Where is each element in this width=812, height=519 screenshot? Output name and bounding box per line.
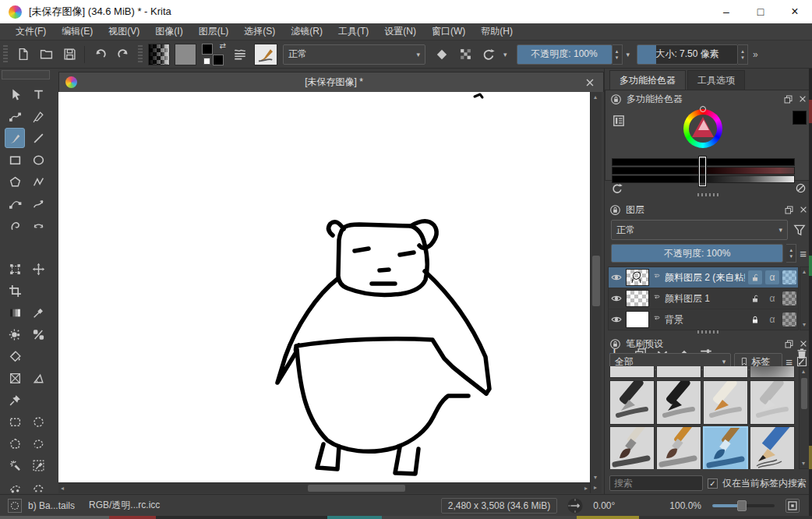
preserve-alpha-button[interactable] bbox=[455, 44, 475, 65]
scope-checkbox[interactable]: ✓ bbox=[708, 478, 718, 489]
gradient-chooser[interactable] bbox=[148, 44, 170, 65]
layer-filter-icon[interactable] bbox=[793, 223, 807, 237]
tool-text[interactable] bbox=[28, 84, 48, 104]
document-titlebar[interactable]: [未保存图像] * bbox=[58, 72, 604, 92]
tool-polyline[interactable] bbox=[28, 171, 48, 192]
tool-color-picker[interactable] bbox=[28, 302, 48, 323]
minimize-button[interactable]: – bbox=[709, 0, 743, 23]
menu-tools[interactable]: 工具(T) bbox=[330, 25, 376, 38]
selector-shape-button[interactable] bbox=[612, 114, 626, 128]
brushes-close-icon[interactable] bbox=[799, 339, 808, 348]
layer-inherit-alpha-toggle[interactable] bbox=[782, 270, 796, 284]
layer-blend-mode-dropdown[interactable]: 正常 ▾ bbox=[611, 220, 788, 240]
tool-transform[interactable] bbox=[5, 259, 25, 279]
menu-file[interactable]: 文件(F) bbox=[8, 25, 54, 38]
panel-resize-handle[interactable] bbox=[697, 193, 721, 196]
layer-row-background[interactable]: 背景 α bbox=[609, 309, 798, 330]
opacity-spinner[interactable]: ▴▾ bbox=[613, 44, 623, 65]
menu-edit[interactable]: 编辑(E) bbox=[54, 25, 101, 38]
tool-line[interactable] bbox=[28, 128, 48, 148]
zoom-slider-knob[interactable] bbox=[737, 500, 747, 511]
size-slider[interactable]: 大小: 7.50 像素 bbox=[637, 44, 738, 65]
canvas[interactable] bbox=[58, 92, 590, 482]
scroll-down-icon[interactable]: ▾ bbox=[802, 461, 805, 467]
reload-dropdown-arrow[interactable]: ▾ bbox=[503, 51, 507, 58]
layer-lock-icon[interactable] bbox=[750, 315, 760, 324]
tab-advanced-color-selector[interactable]: 多功能拾色器 bbox=[609, 70, 686, 90]
layer-opacity-slider[interactable]: 不透明度: 100% bbox=[611, 244, 783, 263]
tool-rectangle[interactable] bbox=[5, 150, 25, 170]
current-brush-preset[interactable] bbox=[254, 44, 277, 65]
selection-mode-icon[interactable] bbox=[8, 499, 22, 513]
scroll-down-icon[interactable]: ▾ bbox=[594, 475, 597, 481]
brush-preset[interactable] bbox=[750, 380, 795, 425]
tool-ellipse[interactable] bbox=[28, 150, 48, 170]
scroll-up-icon[interactable]: ▴ bbox=[594, 94, 597, 101]
opacity-slider[interactable]: 不透明度: 100% bbox=[517, 44, 613, 65]
visibility-eye-icon[interactable] bbox=[610, 271, 623, 284]
tool-rect-select[interactable] bbox=[5, 411, 25, 432]
brush-preset[interactable] bbox=[656, 380, 701, 425]
new-document-button[interactable] bbox=[12, 44, 33, 65]
layer-alpha-toggle[interactable]: α bbox=[765, 291, 779, 305]
tool-dynamic-brush[interactable] bbox=[5, 215, 25, 235]
tab-tool-options[interactable]: 工具选项 bbox=[687, 70, 745, 90]
fg-bg-colors[interactable]: ⇄ bbox=[202, 44, 225, 65]
layer-inherit-alpha-toggle[interactable] bbox=[782, 312, 796, 327]
panel-close-icon[interactable] bbox=[798, 94, 807, 104]
foreground-color-swatch[interactable] bbox=[202, 44, 213, 55]
brush-preset-selected[interactable] bbox=[703, 426, 748, 469]
layer-opacity-spinner[interactable]: ▴▾ bbox=[786, 244, 796, 263]
tool-move[interactable] bbox=[28, 259, 48, 279]
brush-scroll-thumb[interactable] bbox=[801, 378, 807, 409]
layer-inherit-alpha-toggle[interactable] bbox=[782, 291, 796, 305]
close-button[interactable]: × bbox=[778, 0, 812, 23]
brush-preset[interactable] bbox=[656, 426, 701, 469]
scroll-corner-icon[interactable]: ▸ bbox=[594, 485, 597, 491]
canvas-rotation-icon[interactable] bbox=[567, 497, 584, 514]
panel-resize-handle[interactable] bbox=[697, 330, 721, 334]
maximize-button[interactable]: □ bbox=[743, 0, 778, 23]
layer-name[interactable]: 颜料图层 1 bbox=[665, 292, 745, 305]
scroll-right-icon[interactable]: ▸ bbox=[584, 485, 588, 492]
pattern-chooser[interactable] bbox=[175, 44, 196, 65]
tool-polygon-select[interactable] bbox=[5, 433, 25, 454]
brush-preset[interactable] bbox=[703, 380, 748, 425]
layers-menu-icon[interactable]: ≡ bbox=[800, 247, 807, 260]
layer-row-paint1[interactable]: 颜料图层 1 α bbox=[609, 288, 798, 309]
tool-bezier[interactable] bbox=[5, 193, 25, 214]
layer-row-paint2[interactable]: 颜料图层 2 (来自粘贴) α bbox=[609, 267, 798, 288]
zoom-slider[interactable] bbox=[712, 504, 775, 507]
layer-style-arrow-icon[interactable] bbox=[652, 273, 662, 282]
toolbar-overflow-button[interactable]: » bbox=[753, 49, 758, 60]
layers-close-icon[interactable] bbox=[799, 205, 808, 214]
fit-zoom-button[interactable] bbox=[786, 499, 800, 513]
layers-float-icon[interactable] bbox=[784, 205, 794, 215]
tool-edit-shapes[interactable] bbox=[5, 106, 25, 126]
image-dimensions[interactable]: 2,480 x 3,508 (34.6 MiB) bbox=[441, 498, 557, 514]
vscroll-thumb[interactable] bbox=[592, 256, 600, 306]
size-spinner[interactable]: ▴▾ bbox=[738, 44, 748, 65]
tool-calligraphy[interactable] bbox=[28, 106, 48, 126]
layer-style-arrow-icon[interactable] bbox=[652, 315, 662, 324]
color-wheel[interactable] bbox=[683, 109, 722, 148]
brush-preset[interactable] bbox=[750, 366, 795, 378]
reload-preset-button[interactable] bbox=[478, 44, 499, 65]
scroll-left-icon[interactable]: ◂ bbox=[61, 485, 64, 492]
tool-multibrush[interactable] bbox=[28, 215, 48, 235]
save-button[interactable] bbox=[59, 44, 79, 65]
tool-smart-patch[interactable] bbox=[28, 324, 48, 344]
layer-style-arrow-icon[interactable] bbox=[652, 294, 662, 303]
layer-alpha-toggle[interactable]: α bbox=[765, 312, 779, 327]
menu-select[interactable]: 选择(S) bbox=[236, 25, 283, 38]
brush-preset[interactable] bbox=[750, 426, 795, 469]
hue-marker[interactable] bbox=[700, 106, 706, 112]
tool-freehand-select[interactable] bbox=[28, 433, 48, 454]
tool-freehand-path[interactable] bbox=[28, 193, 48, 214]
brushes-lock-icon[interactable] bbox=[609, 338, 621, 350]
layers-lock-icon[interactable] bbox=[609, 204, 621, 216]
reset-colors-swatch[interactable] bbox=[203, 58, 210, 65]
brush-preset[interactable] bbox=[656, 366, 701, 378]
tool-assistants[interactable] bbox=[5, 368, 25, 388]
brush-preset[interactable] bbox=[609, 366, 655, 378]
